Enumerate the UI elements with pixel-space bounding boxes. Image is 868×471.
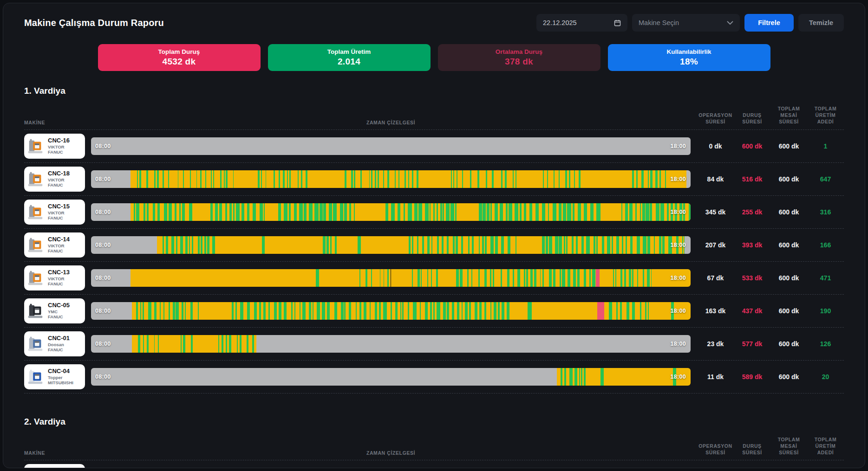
timeline-segment-stop <box>439 269 454 287</box>
machine-image <box>27 236 45 254</box>
stop-time-value: 516 dk <box>734 175 770 183</box>
stat-card-value: 18% <box>680 57 698 67</box>
timeline-segment-mixed <box>132 302 199 320</box>
stat-card-kullanilabilirlik: Kullanılabilirlik18% <box>608 44 770 71</box>
production-count-value: 647 <box>807 175 844 183</box>
machine-card[interactable]: CNC-14VIKTORFANUC <box>24 232 85 258</box>
machine-image <box>27 170 45 188</box>
timeline-segment-mixed <box>157 236 217 254</box>
machine-image <box>27 269 45 287</box>
machine-card[interactable]: CNC-18VIKTORFANUC <box>24 167 85 192</box>
timeline-bar[interactable]: 08:0018:00 <box>91 269 691 287</box>
table-row: CNC-16VIKTORFANUC08:0018:000 dk600 dk600… <box>24 130 844 163</box>
timeline-segment-mixed <box>175 335 193 353</box>
stat-cards-row: Toplam Duruş4532 dkToplam Üretim2.014Ort… <box>98 44 770 71</box>
machine-name: CNC-18 <box>48 170 70 177</box>
timeline-segment-stop <box>391 269 409 287</box>
start-time-label: 08:00 <box>95 209 111 215</box>
column-header-production: TOPLAM ÜRETİM ADEDİ <box>807 105 844 125</box>
timeline-segment-stop <box>583 170 631 188</box>
timeline-bar[interactable]: 08:0018:00 <box>91 137 691 155</box>
app-panel: Makine Çalışma Durum Raporu 22.12.2025 M… <box>3 3 865 468</box>
timeline-segment-idle <box>91 137 691 155</box>
timeline-segment-stop <box>313 170 337 188</box>
operation-time-value: 67 dk <box>697 274 734 282</box>
stat-card-label: Toplam Duruş <box>158 48 200 55</box>
machine-card-text: CNC-15VIKTORFANUC <box>48 468 70 468</box>
total-time-value: 600 dk <box>770 340 807 348</box>
timeline-segment-fault <box>596 269 600 287</box>
column-header-stop: DURUŞ SÜRESİ <box>734 443 770 456</box>
stat-card-toplam-uretim: Toplam Üretim2.014 <box>268 44 431 71</box>
machine-card-text: CNC-14VIKTORFANUC <box>48 236 70 253</box>
stat-card-value: 4532 dk <box>163 57 196 67</box>
timeline-segment-stop <box>235 170 253 188</box>
shift-title: 2. Vardiya <box>24 417 844 427</box>
timeline-bar[interactable]: 08:0018:00 <box>91 236 691 254</box>
timeline-segment-mixed <box>475 203 600 221</box>
machine-card[interactable]: CNC-05YMCFANUC <box>24 298 85 323</box>
production-count-value: 316 <box>807 208 844 216</box>
machine-card[interactable]: CNC-15VIKTORFANUC <box>24 200 85 225</box>
calendar-icon <box>614 19 621 26</box>
column-header-machine: MAKİNE <box>24 120 85 125</box>
timeline-bar[interactable]: 08:0018:00 <box>91 335 691 353</box>
clear-button[interactable]: Temizle <box>798 14 844 32</box>
production-count-value: 471 <box>807 274 844 282</box>
machine-card-text: CNC-05YMCFANUC <box>48 302 70 319</box>
end-time-label: 18:00 <box>671 374 686 380</box>
date-value: 22.12.2025 <box>543 19 577 26</box>
timeline-segment-idle <box>91 368 557 386</box>
timeline-segment-mixed <box>208 203 265 221</box>
timeline-segment-stop <box>532 302 597 320</box>
timeline-segment-mixed <box>131 170 169 188</box>
timeline-segment-mixed <box>541 269 596 287</box>
timeline-bar[interactable]: 08:0018:00 <box>91 302 691 320</box>
machine-controller: FANUC <box>48 314 70 319</box>
machine-card-text: CNC-04TopperMITSUBISHI <box>48 368 73 385</box>
total-time-value: 600 dk <box>770 274 807 282</box>
end-time-label: 18:00 <box>671 308 686 314</box>
timeline-bar[interactable]: 18:0021:00 <box>91 468 691 468</box>
machine-card-text: CNC-15VIKTORFANUC <box>48 203 70 220</box>
timeline-segment-mixed <box>538 236 685 254</box>
machine-image <box>27 335 45 353</box>
table-row: CNC-15VIKTORFANUC18:0021:0060 dk120 dk18… <box>24 460 844 468</box>
date-input[interactable]: 22.12.2025 <box>536 14 627 32</box>
machine-image <box>27 137 45 155</box>
timeline-bar[interactable]: 08:0018:00 <box>91 203 691 221</box>
timeline-segment-mixed <box>409 269 439 287</box>
shift-section: 1. VardiyaMAKİNEZAMAN ÇİZELGESİOPERASYON… <box>24 86 844 394</box>
filter-button[interactable]: Filtrele <box>744 14 794 32</box>
total-time-value: 600 dk <box>770 208 807 216</box>
operation-time-value: 0 dk <box>697 142 734 150</box>
machine-card[interactable]: CNC-13VIKTORFANUC <box>24 265 85 290</box>
page-title: Makine Çalışma Durum Raporu <box>24 18 164 28</box>
chevron-down-icon <box>727 21 733 25</box>
machine-card[interactable]: CNC-15VIKTORFANUC <box>24 464 85 468</box>
stop-time-value: 393 dk <box>734 241 770 249</box>
column-header-machine: MAKİNE <box>24 450 85 456</box>
machine-name: CNC-14 <box>48 236 70 243</box>
timeline-segment-mixed <box>445 170 517 188</box>
timeline-segment-stop <box>199 302 226 320</box>
machine-controller: FANUC <box>48 182 70 187</box>
machine-brand: VIKTOR <box>48 276 70 281</box>
timeline-segment-stop <box>319 269 355 287</box>
timeline-segment-stop <box>361 236 403 254</box>
end-time-label: 18:00 <box>671 242 686 248</box>
timeline-segment-stop <box>337 236 358 254</box>
timeline-bar[interactable]: 08:0018:00 <box>91 368 691 386</box>
timeline-segment-stop <box>355 203 382 221</box>
machine-select[interactable]: Makine Seçin <box>632 14 740 32</box>
timeline-segment-stop <box>600 203 619 221</box>
machine-card-text: CNC-13VIKTORFANUC <box>48 269 70 286</box>
machine-card[interactable]: CNC-16VIKTORFANUC <box>24 134 85 159</box>
machine-card[interactable]: CNC-04TopperMITSUBISHI <box>24 364 85 389</box>
machine-card[interactable]: CNC-01DoosanFANUC <box>24 331 85 356</box>
timeline-segment-stop <box>604 368 670 386</box>
timeline-segment-mixed <box>610 269 652 287</box>
total-time-value: 600 dk <box>770 373 807 381</box>
timeline-bar[interactable]: 08:0018:00 <box>91 170 691 188</box>
machine-name: CNC-04 <box>48 368 73 375</box>
